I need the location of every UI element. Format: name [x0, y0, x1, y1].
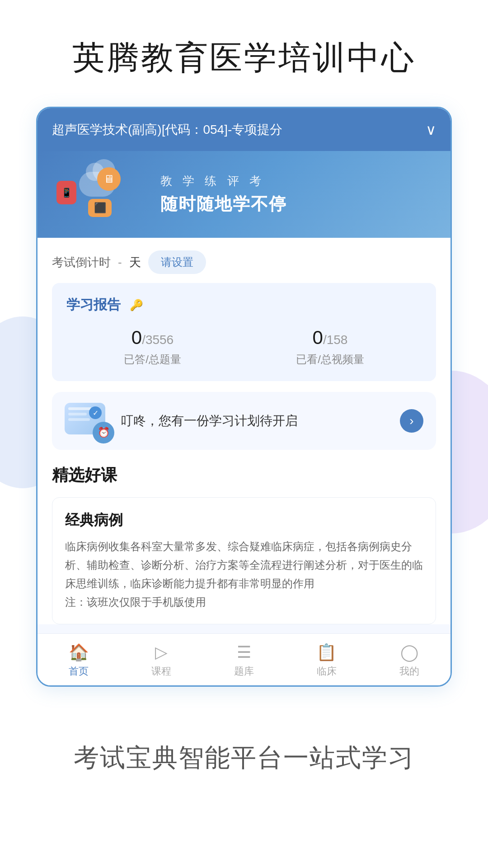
study-plan-card[interactable]: ✓ ⏰ 叮咚，您有一份学习计划待开启 › — [52, 392, 436, 450]
phone-top-bar[interactable]: 超声医学技术(副高)[代码：054]-专项提分 ∨ — [38, 108, 450, 151]
course-card-title: 经典病例 — [65, 510, 423, 530]
banner: 🖥 ⬛ 📱 教 学 练 评 考 随时随地学不停 — [38, 151, 450, 238]
nav-label-profile: 我的 — [399, 665, 419, 678]
countdown-row: 考试倒计时 - 天 请设置 — [52, 238, 436, 283]
app-header-title: 英腾教育医学培训中心 — [0, 0, 488, 107]
clinical-icon: 📋 — [316, 643, 337, 662]
countdown-dash: - — [118, 255, 122, 269]
key-icon: 🔑 — [130, 299, 143, 311]
clock-icon: ⏰ — [93, 422, 114, 443]
answered-label: 已答/总题量 — [124, 352, 181, 367]
plan-arrow-button[interactable]: › — [400, 409, 423, 433]
footer-title: 考试宝典智能平台一站式学习 — [0, 714, 488, 811]
nav-item-home[interactable]: 🏠 首页 — [56, 643, 101, 678]
countdown-label: 考试倒计时 — [52, 255, 111, 270]
course-card[interactable]: 经典病例 临床病例收集各科室大量常多发、综合疑难临床病症，包括各病例病史分析、辅… — [52, 497, 436, 624]
study-report-title: 学习报告 🔑 — [66, 296, 422, 314]
countdown-unit: 天 — [129, 255, 141, 270]
answered-count: 0 — [131, 327, 142, 348]
set-countdown-button[interactable]: 请设置 — [148, 250, 206, 274]
watched-count: 0 — [313, 327, 323, 348]
content-area: 考试倒计时 - 天 请设置 学习报告 🔑 0/3556 已答/总题量 — [38, 238, 450, 624]
plan-icon: ✓ ⏰ — [65, 403, 110, 439]
banner-title: 随时随地学不停 — [160, 193, 436, 216]
stat-answered: 0/3556 已答/总题量 — [124, 327, 181, 367]
phone-icon: 📱 — [56, 181, 76, 204]
nav-label-courses: 课程 — [151, 665, 171, 678]
watched-label: 已看/总视频量 — [296, 352, 364, 367]
course-card-description: 临床病例收集各科室大量常多发、综合疑难临床病症，包括各病例病史分析、辅助检查、诊… — [65, 538, 423, 611]
courses-icon: ▷ — [155, 643, 168, 662]
nav-item-courses[interactable]: ▷ 课程 — [139, 643, 184, 678]
banner-subtitle: 教 学 练 评 考 — [160, 173, 436, 189]
home-icon: 🏠 — [69, 643, 89, 662]
nav-label-questions: 题库 — [234, 665, 254, 678]
phone-mockup: 超声医学技术(副高)[代码：054]-专项提分 ∨ 🖥 ⬛ 📱 教 学 练 评 … — [36, 107, 452, 687]
nav-label-clinical: 临床 — [317, 665, 337, 678]
answered-total: /3556 — [142, 333, 174, 347]
profile-icon: ◯ — [400, 643, 418, 662]
stat-watched: 0/158 已看/总视频量 — [296, 327, 364, 367]
banner-text: 教 学 练 评 考 随时随地学不停 — [151, 173, 436, 216]
bottom-navigation: 🏠 首页 ▷ 课程 ☰ 题库 📋 临床 ◯ 我的 — [38, 633, 450, 685]
questions-icon: ☰ — [237, 643, 251, 662]
nav-item-questions[interactable]: ☰ 题库 — [221, 643, 267, 678]
chevron-down-icon: ∨ — [426, 121, 436, 138]
courses-section-title: 精选好课 — [52, 464, 436, 486]
courses-section: 精选好课 经典病例 临床病例收集各科室大量常多发、综合疑难临床病症，包括各病例病… — [52, 464, 436, 624]
plan-card-text: 叮咚，您有一份学习计划待开启 — [121, 412, 389, 429]
nav-label-home: 首页 — [69, 665, 89, 678]
nav-item-clinical[interactable]: 📋 临床 — [304, 643, 349, 678]
course-title: 超声医学技术(副高)[代码：054]-专项提分 — [52, 121, 420, 138]
study-report-card: 学习报告 🔑 0/3556 已答/总题量 0/158 已看/总视频量 — [52, 283, 436, 381]
check-icon: ✓ — [89, 406, 102, 419]
monitor-icon: 🖥 — [97, 167, 121, 191]
banner-illustration: 🖥 ⬛ 📱 — [52, 167, 151, 222]
tablet-icon: ⬛ — [88, 199, 112, 217]
report-stats: 0/3556 已答/总题量 0/158 已看/总视频量 — [66, 327, 422, 367]
nav-item-profile[interactable]: ◯ 我的 — [387, 643, 432, 678]
watched-total: /158 — [323, 333, 348, 347]
